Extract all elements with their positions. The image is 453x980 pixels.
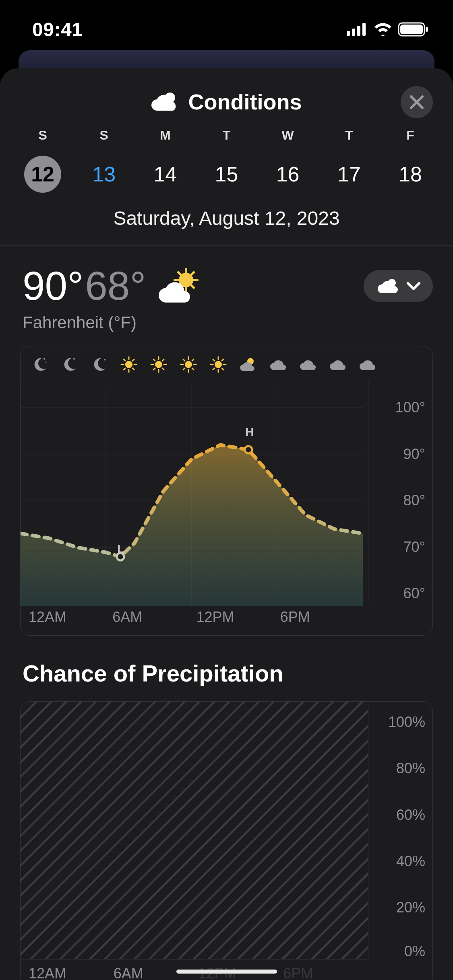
hourly-condition-icons [21,354,432,374]
close-button[interactable] [401,86,433,118]
precipitation-section-title: Chance of Precipitation [0,636,453,687]
day-option[interactable]: M 14 [134,128,196,193]
svg-point-20 [73,358,75,360]
high-temperature: 90° [23,263,83,309]
svg-rect-1 [352,29,355,36]
svg-line-47 [192,359,194,361]
close-icon [410,95,424,109]
temperature-curve [21,381,363,606]
svg-line-28 [132,368,134,370]
svg-line-39 [153,368,155,370]
clear-night-icon [30,355,49,374]
svg-line-56 [222,359,223,361]
svg-line-30 [124,368,125,370]
unit-label: Fahrenheit (°F) [0,309,453,332]
precipitation-y-axis: 100% 80% 60% 40% 20% 0% [368,702,432,959]
status-bar: 09:41 [0,0,453,44]
cloudy-icon [298,355,317,374]
cloudy-icon [328,355,347,374]
partly-cloudy-icon [239,355,257,374]
day-letter: S [73,128,134,143]
cloudy-icon [358,355,376,374]
day-letter: F [380,128,441,143]
chevron-down-icon [406,281,421,291]
status-icons [347,22,429,37]
conditions-sheet: Conditions S 12 S 13 M 14 T 15 [0,68,453,980]
cloud-icon [377,278,399,294]
svg-line-29 [132,359,134,361]
svg-point-22 [125,361,132,368]
precipitation-plot-area [21,702,368,959]
day-number: 15 [215,162,238,186]
temperature-y-axis: 100° 90° 80° 70° 60° [368,381,432,602]
svg-line-45 [183,359,185,361]
svg-rect-3 [362,23,366,36]
svg-line-13 [178,272,180,274]
day-number: 12 [31,162,54,186]
day-option[interactable]: S 13 [73,128,134,193]
svg-point-69 [245,446,252,453]
sunny-icon [209,355,228,374]
day-option[interactable]: F 18 [380,128,441,193]
day-letter: S [12,128,73,143]
clear-night-icon [90,355,108,374]
home-indicator[interactable] [176,970,277,974]
selected-date-label: Saturday, August 12, 2023 [0,193,453,245]
low-marker-label: L [117,542,124,556]
svg-point-31 [155,361,162,368]
day-option[interactable]: S 12 [12,128,73,193]
day-number: 13 [92,162,116,186]
svg-line-54 [213,359,215,361]
day-option[interactable]: T 17 [319,128,380,193]
day-letter: T [319,128,380,143]
svg-line-27 [124,359,125,361]
cloud-icon [151,91,180,112]
svg-line-55 [222,368,223,370]
cellular-icon [347,23,368,36]
svg-point-21 [104,359,105,360]
day-letter: M [134,128,196,143]
sunny-icon [149,355,168,374]
day-number: 16 [276,162,300,186]
svg-point-19 [46,362,47,363]
day-picker: S 12 S 13 M 14 T 15 W 16 T 17 [0,122,453,193]
sunny-icon [120,355,138,374]
sheet-header: Conditions [0,80,453,122]
svg-rect-0 [347,31,350,36]
status-time: 09:41 [32,19,83,41]
partly-cloudy-icon [157,268,201,304]
day-number: 18 [399,162,422,186]
low-temperature: 68° [85,263,146,309]
svg-rect-5 [400,25,423,34]
svg-point-18 [43,358,45,360]
high-marker-label: H [245,425,254,439]
svg-point-49 [215,361,222,368]
svg-point-40 [185,361,192,368]
svg-line-57 [213,368,215,370]
svg-rect-2 [357,26,360,36]
cloudy-icon [269,355,287,374]
chart-mode-toggle[interactable] [364,270,433,302]
day-letter: W [257,128,319,143]
svg-line-36 [153,359,155,361]
temperature-chart[interactable]: L H 100° 90° 80° 70° 60° 12AM 6AM 12PM 6… [20,346,433,636]
svg-line-48 [183,368,185,370]
svg-rect-6 [426,27,428,32]
precipitation-chart[interactable]: 100% 80% 60% 40% 20% 0% 12AM 6AM 12PM 6P… [20,701,433,980]
sheet-title: Conditions [188,89,302,114]
battery-icon [398,22,429,37]
svg-line-37 [162,368,164,370]
clear-night-icon [60,355,79,374]
wifi-icon [373,23,393,36]
temperature-summary: 90° 68° [0,246,453,309]
svg-line-15 [192,272,194,274]
day-option[interactable]: T 15 [196,128,257,193]
svg-line-46 [192,368,194,370]
day-option[interactable]: W 16 [257,128,319,193]
day-number: 14 [153,162,177,186]
day-letter: T [196,128,257,143]
sunny-icon [179,355,198,374]
svg-line-14 [192,286,194,288]
svg-line-38 [162,359,164,361]
day-number: 17 [337,162,361,186]
